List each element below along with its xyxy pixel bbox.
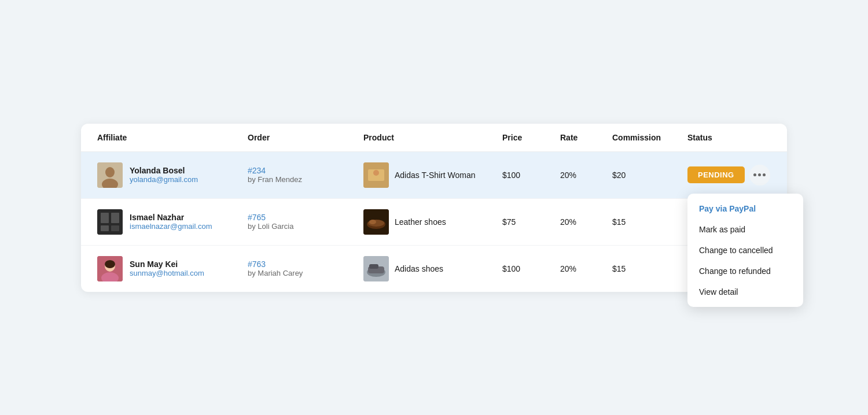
svg-point-14 [369,220,376,224]
svg-point-5 [373,170,379,176]
more-options-button[interactable] [749,165,770,186]
svg-rect-8 [111,213,119,223]
main-card: Affiliate Order Product Price Rate Commi… [81,124,787,292]
order-by: by Loli Garcia [248,222,363,231]
order-cell: #234 by Fran Mendez [248,166,363,184]
affiliate-cell: Ismael Nazhar ismaelnazar@gmail.com [97,209,248,235]
dropdown-view-detail[interactable]: View detail [687,281,803,302]
dropdown-paypal[interactable]: Pay via PayPal [687,198,803,219]
product-thumbnail [363,209,389,235]
dropdown-menu: Pay via PayPal Mark as paid Change to ca… [687,194,803,307]
svg-point-18 [105,260,115,268]
order-cell: #763 by Mariah Carey [248,260,363,277]
affiliate-email: sunmay@hotmail.com [130,269,204,277]
commission-cell: $15 [612,217,687,227]
header-rate: Rate [560,133,612,142]
dropdown-mark-paid[interactable]: Mark as paid [687,219,803,240]
table-row: Yolanda Bosel yolanda@gmail.com #234 by … [81,152,787,199]
header-price: Price [502,133,560,142]
svg-rect-9 [101,225,109,231]
status-cell: PENDING Pay via PayPal Mark as paid Chan… [687,165,792,186]
price-cell: $75 [502,217,560,227]
avatar [97,162,123,188]
affiliate-name: Sun May Kei [130,260,204,269]
order-by: by Fran Mendez [248,175,363,184]
order-number: #765 [248,213,363,222]
svg-rect-22 [369,264,378,269]
product-name: Adidas T-Shirt Woman [395,171,476,180]
order-number: #763 [248,260,363,269]
price-cell: $100 [502,264,560,273]
product-cell: Adidas shoes [363,256,502,281]
avatar [97,256,123,281]
affiliate-email: ismaelnazar@gmail.com [130,222,212,231]
order-cell: #765 by Loli Garcia [248,213,363,231]
header-order: Order [248,133,363,142]
affiliate-cell: Sun May Kei sunmay@hotmail.com [97,256,248,281]
affiliate-email: yolanda@gmail.com [130,175,198,184]
status-badge: PENDING [687,166,745,183]
rate-cell: 20% [560,264,612,273]
product-name: Adidas shoes [395,264,443,273]
price-cell: $100 [502,171,560,180]
product-thumbnail [363,256,389,281]
table-row: Sun May Kei sunmay@hotmail.com #763 by M… [81,246,787,292]
dropdown-change-cancelled[interactable]: Change to cancelled [687,240,803,261]
affiliate-name: Ismael Nazhar [130,213,212,222]
affiliate-name: Yolanda Bosel [130,166,198,175]
avatar [97,209,123,235]
product-cell: Leather shoes [363,209,502,235]
rate-cell: 20% [560,217,612,227]
header-commission: Commission [612,133,687,142]
rate-cell: 20% [560,171,612,180]
header-status: Status [687,133,792,142]
svg-rect-7 [101,213,109,223]
order-number: #234 [248,166,363,175]
commission-cell: $15 [612,264,687,273]
product-thumbnail [363,162,389,188]
product-cell: Adidas T-Shirt Woman [363,162,502,188]
header-product: Product [363,133,502,142]
commission-cell: $20 [612,171,687,180]
product-name: Leather shoes [395,217,446,227]
header-affiliate: Affiliate [97,133,248,142]
order-by: by Mariah Carey [248,269,363,277]
table-header: Affiliate Order Product Price Rate Commi… [81,124,787,152]
svg-rect-10 [111,225,119,231]
svg-point-1 [105,167,115,177]
affiliate-cell: Yolanda Bosel yolanda@gmail.com [97,162,248,188]
table-row: Ismael Nazhar ismaelnazar@gmail.com #765… [81,199,787,246]
avatar-image [97,162,123,188]
dropdown-change-refunded[interactable]: Change to refunded [687,261,803,281]
